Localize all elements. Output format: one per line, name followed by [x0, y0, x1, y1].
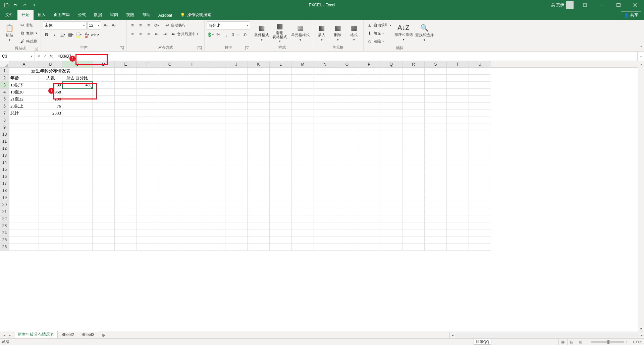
- cell-P5[interactable]: [358, 96, 380, 103]
- cell-T15[interactable]: [447, 166, 469, 173]
- cell-N19[interactable]: [314, 194, 336, 201]
- cell-M7[interactable]: [292, 110, 314, 117]
- cell-F1[interactable]: [137, 68, 159, 75]
- cell-L6[interactable]: [270, 103, 292, 110]
- column-header-E[interactable]: E: [115, 61, 137, 67]
- cell-Q9[interactable]: [380, 124, 402, 131]
- row-header-10[interactable]: 10: [0, 131, 9, 138]
- cell-J11[interactable]: [225, 138, 248, 145]
- decrease-decimal-button[interactable]: ←.0: [239, 31, 246, 38]
- cell-B14[interactable]: [39, 159, 62, 166]
- cell-K1[interactable]: [248, 68, 270, 75]
- cell-F21[interactable]: [137, 208, 159, 215]
- cell-G20[interactable]: [159, 201, 181, 208]
- grid-body[interactable]: 1新生年龄分布情况表2年龄人数所占百分比318以下894%418至2019685…: [0, 68, 644, 332]
- column-header-B[interactable]: B: [39, 61, 62, 67]
- cell-S11[interactable]: [425, 138, 447, 145]
- cell-Q17[interactable]: [380, 180, 402, 187]
- cell-E21[interactable]: [115, 208, 137, 215]
- cell-A14[interactable]: [9, 159, 39, 166]
- cell-Q12[interactable]: [380, 145, 402, 152]
- cell-P2[interactable]: [358, 75, 380, 82]
- cell-K24[interactable]: [248, 229, 270, 236]
- column-header-U[interactable]: U: [469, 61, 491, 67]
- tab-file[interactable]: 文件: [1, 10, 17, 20]
- cell-U7[interactable]: [469, 110, 491, 117]
- cell-H20[interactable]: [181, 201, 203, 208]
- cell-H22[interactable]: [181, 215, 203, 222]
- zoom-out-icon[interactable]: −: [587, 340, 589, 344]
- cell-M9[interactable]: [292, 124, 314, 131]
- cell-J14[interactable]: [225, 159, 248, 166]
- cell-K12[interactable]: [248, 145, 270, 152]
- cell-B9[interactable]: [39, 124, 62, 131]
- column-header-K[interactable]: K: [248, 61, 270, 67]
- cell-H9[interactable]: [181, 124, 203, 131]
- cell-C18[interactable]: [62, 187, 93, 194]
- clear-button[interactable]: ◇清除▾: [366, 38, 392, 45]
- cell-H4[interactable]: [181, 89, 203, 96]
- fill-color-button[interactable]: ⬚▾: [75, 31, 83, 38]
- cell-F6[interactable]: [137, 103, 159, 110]
- cell-G18[interactable]: [159, 187, 181, 194]
- cell-L2[interactable]: [270, 75, 292, 82]
- row-header-21[interactable]: 21: [0, 208, 9, 215]
- cell-P9[interactable]: [358, 124, 380, 131]
- cell-U23[interactable]: [469, 222, 491, 229]
- cell-L15[interactable]: [270, 166, 292, 173]
- cell-O24[interactable]: [336, 229, 358, 236]
- cell-A18[interactable]: [9, 187, 39, 194]
- cell-N11[interactable]: [314, 138, 336, 145]
- cell-R13[interactable]: [402, 152, 425, 159]
- cell-P13[interactable]: [358, 152, 380, 159]
- cell-B18[interactable]: [39, 187, 62, 194]
- row-header-18[interactable]: 18: [0, 187, 9, 194]
- cell-E7[interactable]: [115, 110, 137, 117]
- cell-T12[interactable]: [447, 145, 469, 152]
- cell-L20[interactable]: [270, 201, 292, 208]
- cell-F3[interactable]: [137, 82, 159, 89]
- cell-O19[interactable]: [336, 194, 358, 201]
- cell-R4[interactable]: [402, 89, 425, 96]
- format-as-table-button[interactable]: ▦套用 表格格式▾: [270, 21, 289, 44]
- cell-I5[interactable]: [203, 96, 225, 103]
- cell-M3[interactable]: [292, 82, 314, 89]
- cell-S9[interactable]: [425, 124, 447, 131]
- cell-E14[interactable]: [115, 159, 137, 166]
- cell-U26[interactable]: [469, 244, 491, 251]
- cell-O1[interactable]: [336, 68, 358, 75]
- cell-B15[interactable]: [39, 166, 62, 173]
- tab-acrobat[interactable]: Acrobat: [154, 11, 176, 20]
- cell-R17[interactable]: [402, 180, 425, 187]
- cell-Q25[interactable]: [380, 236, 402, 244]
- cell-T21[interactable]: [447, 208, 469, 215]
- row-header-8[interactable]: 8: [0, 117, 9, 124]
- cell-N2[interactable]: [314, 75, 336, 82]
- column-header-M[interactable]: M: [292, 61, 314, 67]
- cell-U21[interactable]: [469, 208, 491, 215]
- cell-M13[interactable]: [292, 152, 314, 159]
- cell-C24[interactable]: [62, 229, 93, 236]
- decrease-font-size-button[interactable]: A▾: [110, 21, 117, 29]
- cell-O22[interactable]: [336, 215, 358, 222]
- cell-J22[interactable]: [225, 215, 248, 222]
- cell-O7[interactable]: [336, 110, 358, 117]
- cell-J5[interactable]: [225, 96, 248, 103]
- formula-input[interactable]: =B3/B7: [55, 52, 637, 61]
- cell-F13[interactable]: [137, 152, 159, 159]
- cell-J21[interactable]: [225, 208, 248, 215]
- cell-T22[interactable]: [447, 215, 469, 222]
- font-color-button[interactable]: A▾: [83, 31, 91, 38]
- cell-M15[interactable]: [292, 166, 314, 173]
- cell-R26[interactable]: [402, 244, 425, 251]
- cell-R5[interactable]: [402, 96, 425, 103]
- row-header-3[interactable]: 3: [0, 82, 9, 89]
- qat-customize-icon[interactable]: ▾: [31, 2, 38, 8]
- cell-N25[interactable]: [314, 236, 336, 244]
- row-header-5[interactable]: 5: [0, 96, 9, 103]
- cell-H17[interactable]: [181, 180, 203, 187]
- cell-P23[interactable]: [358, 222, 380, 229]
- column-header-L[interactable]: L: [270, 61, 292, 67]
- cell-S18[interactable]: [425, 187, 447, 194]
- cell-B12[interactable]: [39, 145, 62, 152]
